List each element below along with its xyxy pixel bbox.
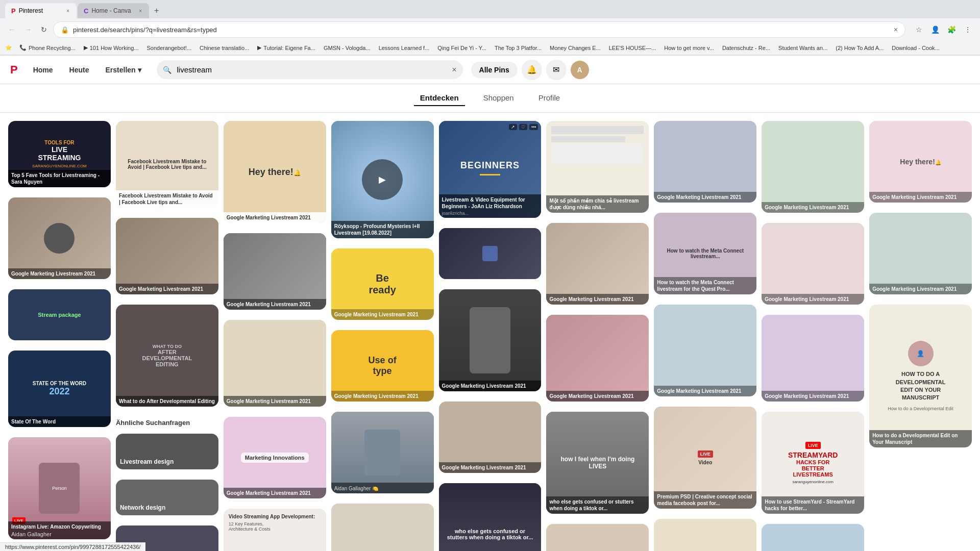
pinterest-logo[interactable]: P: [10, 63, 18, 77]
bookmarks-bar: ⭐ 📞Phone Recycling... ▶101 How Working..…: [0, 41, 980, 55]
header-search: 🔍 ×: [157, 60, 463, 79]
pin-google-marketing-5[interactable]: Google Marketing Livestream 2021: [331, 504, 434, 551]
settings-icon[interactable]: ⋮: [961, 22, 975, 37]
pin-premium-psd[interactable]: LIVE Video Premium PSD | Creative concep…: [654, 407, 756, 509]
pin-gif-badge[interactable]: GIF: [439, 228, 542, 279]
pin-google-marketing-3[interactable]: Google Marketing Livestream 2021: [224, 233, 326, 310]
grid-col-1: TOOLS FOR LIVESTREAMING SARANGUYENONLINE…: [8, 121, 111, 551]
bookmark-11[interactable]: LEE'S HOUSE—...: [606, 44, 659, 52]
bookmarks-icon: ⭐: [5, 44, 12, 51]
pin-instagram-live-amazon[interactable]: Person LIVE Instagram Live: Amazon Copyw…: [8, 437, 111, 539]
tab-pinterest[interactable]: P Pinterest ×: [5, 3, 77, 18]
bookmark-9[interactable]: The Top 3 Platfor...: [492, 44, 545, 52]
grid-col-8: Google Marketing Livestream 2021 Google …: [762, 121, 864, 551]
pin-mot-so-phan-mem[interactable]: Một số phần mềm chia sẻ livestream được …: [546, 121, 649, 213]
all-pins-dropdown[interactable]: Alle Pins: [471, 62, 518, 78]
pin-streamyard-hacks[interactable]: LIVE STREAMYARD HACKS FOR BETTER LIVESTR…: [762, 412, 864, 514]
pin-google-marketing-13[interactable]: Google Marketing Livestream 2021: [654, 305, 756, 396]
pin-google-marketing-10[interactable]: Google Marketing Livestream 2021: [546, 315, 649, 402]
pin-google-marketing-1[interactable]: Google Marketing Livestream 2021: [8, 197, 111, 279]
pin-meta-connect[interactable]: How to watch the Meta Connect livestream…: [654, 213, 756, 294]
pin-hey-there-1[interactable]: Hey there!🔔 Google Marketing Livestream …: [224, 121, 326, 223]
tab-favicon-pinterest: P: [11, 7, 16, 15]
pin-video-streaming-app[interactable]: Video Streaming App Development: 12 Key …: [224, 509, 326, 551]
pin-how-i-feel-lives[interactable]: 0:06 how I feel when I'm doing LIVES who…: [546, 412, 649, 514]
pin-developmental-editing[interactable]: WHAT TO DO AFTER DEVELOPMENTAL EDITING W…: [116, 305, 218, 407]
pin-use-of-type[interactable]: Use oftype Google Marketing Livestream 2…: [331, 330, 434, 402]
pin-google-marketing-9[interactable]: Google Marketing Livestream 2021: [546, 223, 649, 305]
bookmark-16[interactable]: Download - Cook...: [889, 44, 943, 52]
bookmark-5[interactable]: ▶Tutorial: Eigene Fa...: [254, 43, 318, 52]
back-button[interactable]: ←: [5, 23, 18, 36]
bookmark-15[interactable]: (2) How To Add A...: [832, 44, 887, 52]
tab-close-canva[interactable]: ×: [138, 7, 143, 15]
pin-related-livestream-design[interactable]: Livestream design: [116, 434, 218, 469]
bookmark-14[interactable]: Student Wants an...: [775, 44, 830, 52]
tab-favicon-canva: C: [84, 7, 88, 15]
pin-google-marketing-social-media[interactable]: Google Marketing Livestream 2021: [654, 121, 756, 203]
filter-tab-profile[interactable]: Profile: [532, 90, 567, 106]
status-bar: https://www.pinterest.com/pin/9997288172…: [0, 542, 145, 551]
pin-royksopp[interactable]: ▶ Röyksopp - Profound Mysteries I+II Liv…: [331, 121, 434, 238]
pin-google-marketing-14[interactable]: Google Marketing Livestream 2021: [654, 519, 756, 551]
pin-google-marketing-19[interactable]: Google Marketing Livestream 2021: [869, 213, 972, 294]
pin-google-marketing-2[interactable]: Google Marketing Livestream 2021: [116, 218, 218, 294]
pin-confused-person[interactable]: who else gets confused or stutters when …: [439, 483, 542, 551]
pin-stream-package[interactable]: Stream package: [8, 289, 111, 340]
bookmark-3[interactable]: Sonderangebot!...: [144, 44, 194, 52]
nav-heute[interactable]: Heute: [62, 62, 96, 78]
pin-beginners[interactable]: BEGINNERS ↗ ♡ ••• Livestream & Video Equ…: [439, 121, 542, 218]
pin-developmental-edit-manuscript[interactable]: 👤 HOW TO DO ADEVELOPMENTALEDIT ON YOURMA…: [869, 305, 972, 447]
grid-col-2: Facebook Livestream Mistake to Avoid | F…: [116, 121, 218, 551]
search-icon: 🔍: [163, 66, 172, 74]
bookmark-10[interactable]: Money Changes E...: [547, 44, 604, 52]
pin-marketing-innovations[interactable]: Marketing Innovations Google Marketing L…: [224, 417, 326, 498]
pin-google-marketing-18[interactable]: Google Marketing Livestream 2021: [762, 315, 864, 402]
pin-live-streaming-tools[interactable]: TOOLS FOR LIVESTREAMING SARANGUYENONLINE…: [8, 121, 111, 187]
pin-large-person[interactable]: Google Marketing Livestream 2021: [439, 289, 542, 391]
pin-hey-there-2[interactable]: Hey there!🔔 Google Marketing Livestream …: [869, 121, 972, 203]
filter-tab-shoppen[interactable]: Shoppen: [477, 90, 520, 106]
forward-button[interactable]: →: [21, 23, 35, 36]
notification-button[interactable]: 🔔: [522, 60, 542, 80]
pin-aidan-gallagher-1[interactable]: Aidan Gallagher 🍋: [331, 412, 434, 493]
bookmark-4[interactable]: Chinese translatio...: [197, 44, 252, 52]
search-input[interactable]: [157, 60, 463, 79]
pin-google-marketing-17[interactable]: Google Marketing Livestream 2021: [762, 223, 864, 305]
pin-google-marketing-4[interactable]: Google Marketing Livestream 2021: [224, 320, 326, 407]
bookmark-7[interactable]: Lessons Learned f...: [376, 44, 433, 52]
extensions-icon[interactable]: 🧩: [944, 22, 959, 37]
reload-button[interactable]: ↻: [38, 23, 50, 36]
bookmark-1[interactable]: 📞Phone Recycling...: [16, 43, 79, 52]
header-nav: Home Heute Erstellen ▾: [26, 62, 149, 78]
grid-col-5: BEGINNERS ↗ ♡ ••• Livestream & Video Equ…: [439, 121, 542, 551]
new-tab-button[interactable]: +: [150, 4, 163, 17]
nav-erstellen[interactable]: Erstellen ▾: [99, 62, 149, 78]
pins-container: TOOLS FOR LIVESTREAMING SARANGUYENONLINE…: [0, 113, 980, 551]
pin-alexander-gerst[interactable]: Livestream: Alexander Gerst vor Empfang …: [762, 524, 864, 551]
bookmark-icon[interactable]: ☆: [912, 22, 926, 37]
bookmark-8[interactable]: Qing Fei De Yi - Y...: [434, 44, 489, 52]
pin-related-network-design[interactable]: Network design: [116, 480, 218, 515]
address-clear[interactable]: ×: [894, 26, 898, 34]
message-button[interactable]: ✉: [546, 60, 567, 80]
pin-be-ready[interactable]: Beready Google Marketing Livestream 2021: [331, 248, 434, 320]
pin-google-marketing-16[interactable]: Google Marketing Livestream 2021: [762, 121, 864, 213]
address-input[interactable]: pinterest.de/search/pins/?q=livestream&r…: [73, 26, 890, 34]
bookmark-2[interactable]: ▶101 How Working...: [81, 43, 142, 52]
bookmark-6[interactable]: GMSN - Vologda...: [321, 44, 374, 52]
pin-google-marketing-11[interactable]: Google Marketing Livestream 2021: [546, 524, 649, 551]
pin-google-marketing-7[interactable]: Google Marketing Livestream 2021: [439, 402, 542, 473]
pin-facebook-livestream-mistake[interactable]: Facebook Livestream Mistake to Avoid | F…: [116, 121, 218, 208]
bookmark-13[interactable]: Datenschutz - Re...: [719, 44, 773, 52]
tab-canva[interactable]: C Home - Canva ×: [78, 3, 149, 18]
avatar[interactable]: A: [571, 61, 589, 79]
grid-col-6: Một số phần mềm chia sẻ livestream được …: [546, 121, 649, 551]
filter-tab-entdecken[interactable]: Entdecken: [414, 90, 465, 106]
nav-home[interactable]: Home: [26, 62, 60, 78]
pin-state-of-the-word[interactable]: STATE OF THE WORD 2022 State Of The Word: [8, 350, 111, 427]
tab-close-pinterest[interactable]: ×: [65, 7, 70, 15]
profile-icon[interactable]: 👤: [928, 22, 942, 37]
bookmark-12[interactable]: How to get more v...: [661, 44, 717, 52]
search-clear-button[interactable]: ×: [452, 65, 456, 74]
